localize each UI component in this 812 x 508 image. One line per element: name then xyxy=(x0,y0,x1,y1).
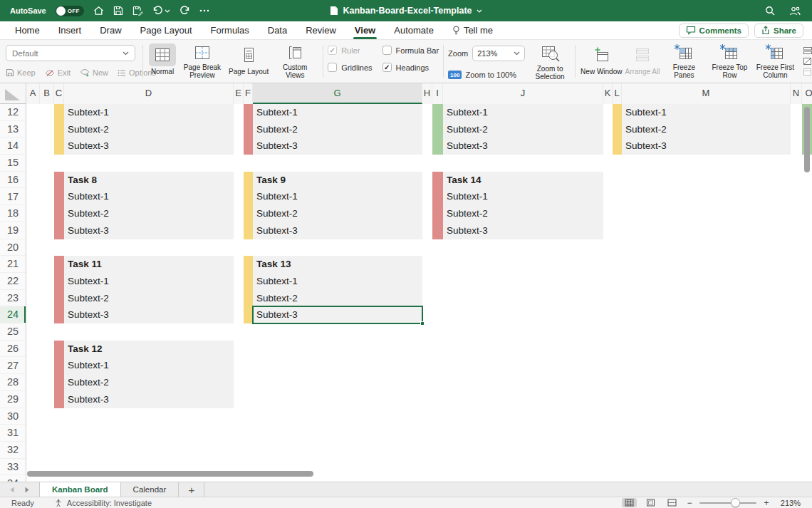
row-header-32[interactable]: 32 xyxy=(0,442,26,459)
row-header-26[interactable]: 26 xyxy=(0,341,26,358)
cell-task-title[interactable]: Task 13 xyxy=(256,256,422,273)
row-header-23[interactable]: 23 xyxy=(0,290,26,307)
cell-subtext[interactable]: Subtext-1 xyxy=(447,104,603,121)
status-zoom-value[interactable]: 213% xyxy=(776,499,801,507)
column-header-b[interactable]: B xyxy=(40,83,54,104)
autosave-toggle[interactable]: OFF xyxy=(56,6,84,16)
zoom-out-button[interactable]: − xyxy=(686,498,693,508)
tab-home[interactable]: Home xyxy=(13,21,42,39)
cell-task-title[interactable]: Task 8 xyxy=(68,172,234,189)
cell-subtext[interactable]: Subtext-3 xyxy=(447,222,603,239)
row-header-29[interactable]: 29 xyxy=(0,391,26,408)
row-header-24[interactable]: 24 xyxy=(0,306,26,323)
page-break-view-button[interactable] xyxy=(665,498,680,507)
cell-subtext[interactable]: Subtext-3 xyxy=(68,138,234,155)
button-new-window[interactable]: New Window xyxy=(580,43,623,80)
tab-tell-me[interactable]: Tell me xyxy=(450,21,495,39)
cell-subtext[interactable]: Subtext-1 xyxy=(256,188,422,205)
button-freeze-top-row[interactable]: Freeze Top Row xyxy=(707,43,751,80)
cell-subtext[interactable]: Subtext-3 xyxy=(256,306,422,323)
chevron-down-icon[interactable] xyxy=(165,4,170,17)
cell-subtext[interactable]: Subtext-1 xyxy=(256,273,422,290)
button-hide[interactable]: Hide xyxy=(803,57,812,66)
zoom-level-dropdown[interactable]: 213% xyxy=(472,46,525,61)
more-commands-icon[interactable] xyxy=(199,4,209,17)
cell-subtext[interactable]: Subtext-2 xyxy=(256,290,422,307)
cell-subtext[interactable]: Subtext-1 xyxy=(68,104,234,121)
document-title[interactable]: Kanban-Board-Excel-Template xyxy=(343,6,472,16)
share-button[interactable]: Share xyxy=(754,24,803,38)
page-layout-view-button[interactable] xyxy=(643,498,658,507)
sheet-tab-kanban-board[interactable]: Kanban Board xyxy=(39,482,121,497)
cell-subtext[interactable]: Subtext-1 xyxy=(447,188,603,205)
search-icon[interactable] xyxy=(765,4,775,17)
tab-data[interactable]: Data xyxy=(266,21,289,39)
cell-subtext[interactable]: Subtext-1 xyxy=(68,357,234,374)
column-header-h[interactable]: H xyxy=(422,83,432,104)
row-header-25[interactable]: 25 xyxy=(0,323,26,341)
cell-subtext[interactable]: Subtext-2 xyxy=(68,290,234,307)
row-header-20[interactable]: 20 xyxy=(0,239,26,256)
row-header-15[interactable]: 15 xyxy=(0,155,26,172)
row-header-27[interactable]: 27 xyxy=(0,358,26,375)
tab-page-layout[interactable]: Page Layout xyxy=(138,21,194,39)
undo-icon[interactable] xyxy=(152,4,163,17)
sheet-tab-calendar[interactable]: Calendar xyxy=(121,482,179,497)
horizontal-scrollbar-thumb[interactable] xyxy=(27,471,313,477)
column-header-l[interactable]: L xyxy=(613,83,622,104)
cell-subtext[interactable]: Subtext-1 xyxy=(68,273,234,290)
cell-subtext[interactable]: Subtext-2 xyxy=(447,121,603,138)
share-people-icon[interactable] xyxy=(789,4,801,17)
button-freeze-panes[interactable]: Freeze Panes xyxy=(662,43,706,80)
button-new[interactable]: New xyxy=(80,68,108,77)
next-sheet-icon[interactable] xyxy=(24,487,30,493)
row-header-21[interactable]: 21 xyxy=(0,256,26,273)
tab-draw[interactable]: Draw xyxy=(98,21,123,39)
button-split[interactable]: Split xyxy=(803,46,812,55)
row-header-22[interactable]: 22 xyxy=(0,273,26,290)
row-header-14[interactable]: 14 xyxy=(0,138,26,155)
view-button-page-layout[interactable]: Page Layout xyxy=(227,43,270,80)
sheet-view-dropdown[interactable]: Default xyxy=(6,45,135,61)
cell-subtext[interactable]: Subtext-1 xyxy=(625,104,791,121)
cell-subtext[interactable]: Subtext-1 xyxy=(68,188,234,205)
column-header-i[interactable]: I xyxy=(432,83,443,104)
cell-subtext[interactable]: Subtext-2 xyxy=(447,205,603,222)
prev-sheet-icon[interactable] xyxy=(9,487,15,493)
row-header-19[interactable]: 19 xyxy=(0,222,26,239)
view-button-normal[interactable]: Normal xyxy=(147,43,177,80)
tab-insert[interactable]: Insert xyxy=(56,21,84,39)
zoom-to-selection-button[interactable]: Zoom to Selection xyxy=(529,43,571,80)
cell-subtext[interactable]: Subtext-2 xyxy=(68,121,234,138)
column-header-c[interactable]: C xyxy=(54,83,64,104)
column-header-f[interactable]: F xyxy=(244,83,253,104)
row-header-17[interactable]: 17 xyxy=(0,189,26,206)
cell-subtext[interactable]: Subtext-3 xyxy=(68,391,234,408)
save-as-icon[interactable] xyxy=(132,4,143,17)
column-header-d[interactable]: D xyxy=(64,83,234,104)
cell-task-title[interactable]: Task 12 xyxy=(68,341,234,358)
checkbox-gridlines[interactable]: Gridlines xyxy=(328,63,372,72)
row-header-18[interactable]: 18 xyxy=(0,205,26,222)
column-header-g[interactable]: G xyxy=(253,83,422,104)
comments-button[interactable]: Comments xyxy=(679,24,749,38)
button-exit[interactable]: Exit xyxy=(45,68,71,77)
column-header-o[interactable]: O xyxy=(802,83,812,104)
tab-review[interactable]: Review xyxy=(303,21,338,39)
title-chevron-down-icon[interactable] xyxy=(477,4,482,17)
normal-view-button[interactable] xyxy=(622,498,637,507)
accessibility-status[interactable]: Accessibility: Investigate xyxy=(54,499,152,507)
cell-subtext[interactable]: Subtext-3 xyxy=(68,222,234,239)
zoom-slider-thumb[interactable] xyxy=(731,498,740,507)
cell-subtext[interactable]: Subtext-3 xyxy=(256,138,422,155)
column-header-j[interactable]: J xyxy=(443,83,603,104)
row-header-12[interactable]: 12 xyxy=(0,104,26,121)
cell-subtext[interactable]: Subtext-2 xyxy=(256,121,422,138)
cell-subtext[interactable]: Subtext-3 xyxy=(625,138,791,155)
column-header-a[interactable]: A xyxy=(26,83,40,104)
redo-icon[interactable] xyxy=(179,4,190,17)
button-freeze-first-column[interactable]: Freeze First Column xyxy=(753,43,797,80)
cell-subtext[interactable]: Subtext-3 xyxy=(447,138,603,155)
cell-subtext[interactable]: Subtext-1 xyxy=(256,104,422,121)
row-header-16[interactable]: 16 xyxy=(0,172,26,189)
